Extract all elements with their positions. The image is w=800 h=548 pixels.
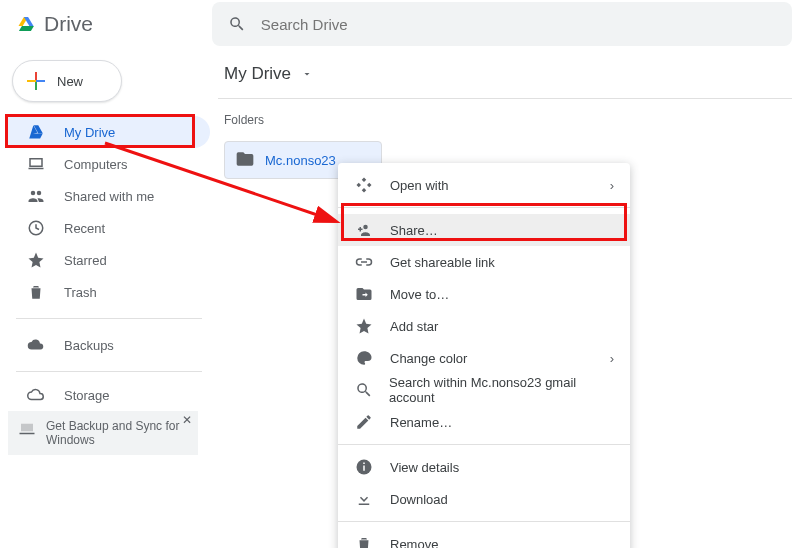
cloud-icon [26, 335, 46, 355]
star-icon [26, 250, 46, 270]
menu-label: Open with [390, 178, 449, 193]
context-menu: Open with › Share… Get shareable link Mo… [338, 163, 630, 548]
chevron-right-icon: › [610, 351, 614, 366]
folder-name: Mc.nonso23 [265, 153, 336, 168]
svg-point-4 [31, 191, 36, 196]
laptop-sync-icon [18, 419, 36, 439]
drive-logo-icon [16, 14, 36, 34]
svg-rect-3 [36, 80, 45, 82]
folder-move-icon [354, 284, 374, 304]
nav-item-label: Trash [64, 285, 97, 300]
close-icon[interactable]: ✕ [182, 413, 192, 427]
menu-change-color[interactable]: Change color › [338, 342, 630, 374]
menu-label: Get shareable link [390, 255, 495, 270]
open-with-icon [354, 175, 374, 195]
palette-icon [354, 348, 374, 368]
logo-area[interactable]: Drive [16, 12, 212, 36]
nav-starred[interactable]: Starred [8, 244, 210, 276]
menu-label: Search within Mc.nonso23 gmail account [389, 375, 614, 405]
search-icon [354, 380, 373, 400]
menu-label: Move to… [390, 287, 449, 302]
nav-computers[interactable]: Computers [8, 148, 210, 180]
link-icon [354, 252, 374, 272]
folder-icon [235, 149, 255, 172]
sidebar-divider [16, 318, 202, 319]
menu-rename[interactable]: Rename… [338, 406, 630, 438]
chevron-down-icon [297, 64, 317, 84]
app-title: Drive [44, 12, 93, 36]
nav-item-label: Backups [64, 338, 114, 353]
menu-label: Remove [390, 537, 438, 549]
nav-shared-with-me[interactable]: Shared with me [8, 180, 210, 212]
menu-remove[interactable]: Remove [338, 528, 630, 548]
menu-get-shareable-link[interactable]: Get shareable link [338, 246, 630, 278]
info-icon [354, 457, 374, 477]
svg-rect-10 [363, 463, 365, 465]
svg-point-5 [37, 191, 42, 196]
menu-search-within[interactable]: Search within Mc.nonso23 gmail account [338, 374, 630, 406]
menu-label: Change color [390, 351, 467, 366]
person-add-icon [354, 220, 374, 240]
nav-trash[interactable]: Trash [8, 276, 210, 308]
nav-item-label: Recent [64, 221, 105, 236]
nav-item-label: Storage [64, 388, 110, 403]
nav-backups[interactable]: Backups [8, 329, 210, 361]
chevron-right-icon: › [610, 178, 614, 193]
svg-point-7 [363, 225, 368, 230]
menu-download[interactable]: Download [338, 483, 630, 515]
new-button-label: New [57, 74, 83, 89]
menu-move-to[interactable]: Move to… [338, 278, 630, 310]
nav-item-label: Starred [64, 253, 107, 268]
search-input[interactable] [259, 15, 776, 34]
nav-item-label: My Drive [64, 125, 115, 140]
menu-label: Share… [390, 223, 438, 238]
nav-item-label: Shared with me [64, 189, 154, 204]
nav-item-label: Computers [64, 157, 128, 172]
menu-separator [338, 521, 630, 522]
download-icon [354, 489, 374, 509]
new-button[interactable]: New [12, 60, 122, 102]
breadcrumb[interactable]: My Drive [218, 60, 792, 98]
main-divider [218, 98, 792, 99]
search-icon [228, 14, 247, 34]
star-icon [354, 316, 374, 336]
drive-icon [26, 122, 46, 142]
app-header: Drive [0, 0, 800, 48]
menu-share[interactable]: Share… [338, 214, 630, 246]
computers-icon [26, 154, 46, 174]
plus-icon [27, 72, 45, 90]
menu-label: View details [390, 460, 459, 475]
cloud-outline-icon [26, 385, 46, 405]
toast-text: Get Backup and Sync for Windows [46, 419, 188, 447]
nav-recent[interactable]: Recent [8, 212, 210, 244]
breadcrumb-label: My Drive [224, 64, 291, 84]
menu-separator [338, 444, 630, 445]
menu-separator [338, 207, 630, 208]
backup-sync-toast[interactable]: Get Backup and Sync for Windows ✕ [8, 411, 198, 455]
menu-open-with[interactable]: Open with › [338, 169, 630, 201]
trash-icon [354, 534, 374, 548]
sidebar: New My Drive Computers Shared with me Re… [0, 48, 210, 455]
folders-section-label: Folders [218, 113, 792, 127]
svg-rect-1 [35, 72, 37, 81]
nav-storage[interactable]: Storage [8, 382, 210, 408]
people-icon [26, 186, 46, 206]
menu-label: Rename… [390, 415, 452, 430]
clock-icon [26, 218, 46, 238]
nav-my-drive[interactable]: My Drive [8, 116, 210, 148]
sidebar-divider [16, 371, 202, 372]
edit-icon [354, 412, 374, 432]
menu-add-star[interactable]: Add star [338, 310, 630, 342]
menu-label: Download [390, 492, 448, 507]
menu-label: Add star [390, 319, 438, 334]
menu-view-details[interactable]: View details [338, 451, 630, 483]
svg-rect-9 [363, 466, 365, 471]
search-bar[interactable] [212, 2, 792, 46]
trash-icon [26, 282, 46, 302]
